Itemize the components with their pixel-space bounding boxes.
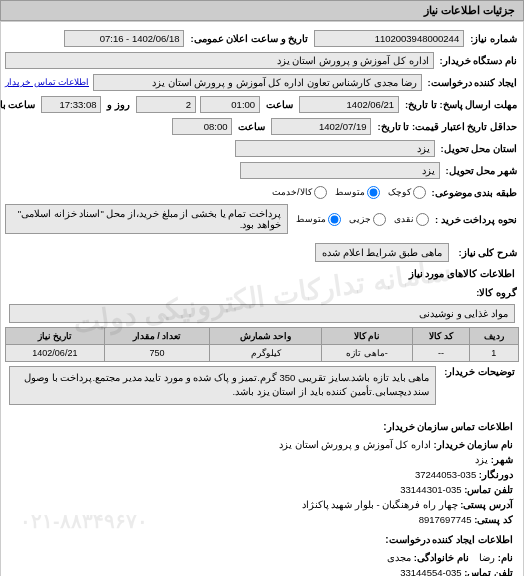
contact-family: مجدی	[387, 552, 411, 563]
province-field: یزد	[235, 140, 435, 157]
cat-opt1-label: کوچک	[388, 187, 411, 197]
contact-name-label: نام:	[498, 552, 513, 563]
payment-radios: نقدی جزیی متوسط	[296, 213, 429, 226]
contact-city-label: شهر:	[491, 454, 513, 465]
td-row: 1	[469, 345, 518, 362]
buyer-note-label: توضیحات خریدار:	[440, 362, 519, 381]
contact-fax-label: دورنگار:	[479, 469, 513, 480]
th-name: نام کالا	[321, 328, 413, 345]
contact-header: اطلاعات تماس سازمان خریدار:	[11, 419, 513, 435]
deadline-label: مهلت ارسال پاسخ: تا تاریخ:	[403, 99, 519, 110]
cat-opt-medium[interactable]: متوسط	[335, 186, 380, 199]
province-label: استان محل تحویل:	[439, 143, 519, 154]
pay-opt-cash[interactable]: نقدی	[394, 213, 429, 226]
until-label: حداقل تاریخ اعتبار قیمت: تا تاریخ:	[375, 121, 519, 132]
contact-tel-label: تلفن تماس:	[464, 484, 513, 495]
buyer-org-label: نام دستگاه خریدار:	[438, 55, 519, 66]
items-table: ردیف کد کالا نام کالا واحد شمارش تعداد /…	[5, 327, 519, 362]
request-no-field: 1102003948000244	[314, 30, 464, 47]
contact-addr-label: آدرس پستی:	[460, 499, 513, 510]
cat-opt3-label: کالا/خدمت	[272, 187, 312, 197]
contact-name: رضا	[479, 552, 495, 563]
cat-opt-goods[interactable]: کالا/خدمت	[272, 186, 327, 199]
cat-opt2-label: متوسط	[335, 187, 365, 197]
td-qty: 750	[104, 345, 210, 362]
contact-family-label: نام خانوادگی:	[414, 552, 469, 563]
request-no-label: شماره نیاز:	[468, 33, 519, 44]
pay-opt-medium[interactable]: متوسط	[296, 213, 341, 226]
deadline-time-field: 01:00	[200, 96, 260, 113]
requester-label: ایجاد کننده درخواست:	[426, 77, 519, 88]
td-code: --	[413, 345, 469, 362]
buyer-note-text: ماهی باید تازه باشد.سایز تقریبی 350 گرم.…	[9, 366, 436, 405]
contact-tel2-label: تلفن تماس:	[464, 567, 513, 576]
until-time-field: 08:00	[172, 118, 232, 135]
th-code: کد کالا	[413, 328, 469, 345]
td-name: -ماهی تازه	[321, 345, 413, 362]
pay-opt1-label: نقدی	[394, 214, 414, 224]
table-row: 1 -- -ماهی تازه کیلوگرم 750 1402/06/21	[6, 345, 519, 362]
th-row: ردیف	[469, 328, 518, 345]
contact-org-label: نام سازمان خریدار:	[434, 439, 513, 450]
contact-postal-label: کد پستی:	[474, 514, 513, 525]
page-title: جزئیات اطلاعات نیاز	[0, 0, 524, 21]
contact-tel2: 035-33144554	[400, 567, 461, 576]
group-label: گروه کالا:	[474, 287, 519, 298]
pay-opt2-label: جزیی	[349, 214, 371, 224]
until-time-label: ساعت	[236, 121, 267, 132]
table-header-row: ردیف کد کالا نام کالا واحد شمارش تعداد /…	[6, 328, 519, 345]
city-label: شهر محل تحویل:	[444, 165, 519, 176]
until-date-field: 1402/07/19	[271, 118, 371, 135]
th-date: تاریخ نیاز	[6, 328, 105, 345]
pay-opt3-label: متوسط	[296, 214, 326, 224]
remain-label: ساعت باقی مانده	[0, 99, 37, 110]
subject-field: ماهی طبق شرایط اعلام شده	[315, 243, 449, 262]
days-label: روز و	[105, 99, 132, 110]
days-field: 2	[136, 96, 196, 113]
payment-note: پرداخت تمام یا بخشی از مبلغ خرید،از محل …	[5, 204, 288, 234]
contact-city: یزد	[475, 454, 488, 465]
deadline-time-label: ساعت	[264, 99, 295, 110]
category-radios: کوچک متوسط کالا/خدمت	[272, 186, 426, 199]
contact-section: اطلاعات تماس سازمان خریدار: نام سازمان خ…	[5, 409, 519, 577]
th-qty: تعداد / مقدار	[104, 328, 210, 345]
group-field: مواد غذایی و نوشیدنی	[9, 304, 515, 323]
td-date: 1402/06/21	[6, 345, 105, 362]
main-form: شماره نیاز: 1102003948000244 تاریخ و ساع…	[0, 21, 524, 576]
deadline-date-field: 1402/06/21	[299, 96, 399, 113]
remain-time-field: 17:33:08	[41, 96, 101, 113]
category-label: طبقه بندی موضوعی:	[430, 187, 519, 198]
buyer-contact-link[interactable]: اطلاعات تماس خریدار	[5, 77, 89, 87]
req-header: اطلاعات ایجاد کننده درخواست:	[11, 532, 513, 548]
announce-field: 1402/06/18 - 07:16	[64, 30, 184, 47]
subject-label: شرح کلی نیاز:	[457, 247, 519, 258]
announce-label: تاریخ و ساعت اعلان عمومی:	[188, 33, 310, 44]
pay-opt-partial[interactable]: جزیی	[349, 213, 386, 226]
contact-addr: چهار راه فرهنگیان - بلوار شهید پاکنژاد	[302, 499, 458, 510]
cat-opt-small[interactable]: کوچک	[388, 186, 426, 199]
requester-field: رضا مجدی کارشناس تعاون اداره کل آموزش و …	[93, 74, 422, 91]
td-unit: کیلوگرم	[210, 345, 321, 362]
contact-postal: 8917697745	[419, 514, 472, 525]
contact-tel: 035-33144301	[400, 484, 461, 495]
contact-org: اداره کل آموزش و پرورش استان یزد	[279, 439, 431, 450]
payment-label: نحوه پرداخت خرید :	[433, 214, 519, 225]
th-unit: واحد شمارش	[210, 328, 321, 345]
city-field: یزد	[240, 162, 440, 179]
items-header: اطلاعات کالاهای مورد نیاز	[9, 268, 515, 279]
contact-fax: 035-37244053	[415, 469, 476, 480]
buyer-org-field: اداره کل آموزش و پرورش استان یزد	[5, 52, 434, 69]
